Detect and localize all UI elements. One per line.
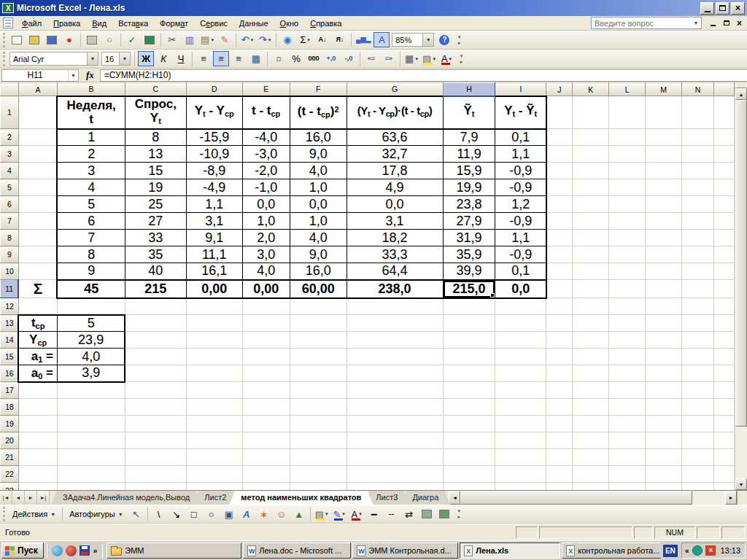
cell-D8[interactable]: 9,1 xyxy=(186,230,242,246)
cell-D15[interactable] xyxy=(186,349,242,365)
cell-M9[interactable] xyxy=(646,246,682,263)
cell-x12[interactable] xyxy=(713,298,734,315)
cell-E16[interactable] xyxy=(242,365,290,382)
cell-L16[interactable] xyxy=(609,365,646,382)
cell-x19[interactable] xyxy=(713,416,734,432)
cell-B18[interactable] xyxy=(57,399,125,416)
cell-J16[interactable] xyxy=(546,365,573,382)
cell-E1[interactable]: t - tср xyxy=(242,96,290,129)
research-icon[interactable] xyxy=(142,32,158,47)
borders-button[interactable]: ▦▾ xyxy=(403,51,419,66)
cell-x20[interactable] xyxy=(713,432,734,449)
cell-A11[interactable]: Σ xyxy=(18,280,57,298)
cell-C4[interactable]: 15 xyxy=(125,163,186,179)
cell-D3[interactable]: -10,9 xyxy=(186,146,242,163)
cell-A10[interactable] xyxy=(18,263,57,280)
align-right-button[interactable]: ≡ xyxy=(231,51,247,66)
cell-F13[interactable] xyxy=(290,315,347,332)
cell-K4[interactable] xyxy=(573,163,609,179)
cell-C18[interactable] xyxy=(125,399,186,416)
sort-ascending-icon[interactable]: А↓ xyxy=(314,32,330,47)
sheet-tab-3[interactable]: метод наименьших квадратов xyxy=(229,491,373,505)
column-header-I[interactable]: I xyxy=(495,83,546,96)
cell-I4[interactable]: -0,9 xyxy=(495,163,546,179)
toolbar-grip[interactable] xyxy=(3,33,5,47)
increase-indent-button[interactable]: ≡» xyxy=(381,51,397,66)
cell-K7[interactable] xyxy=(573,213,609,230)
column-header-J[interactable]: J xyxy=(546,83,573,96)
cell-J22[interactable] xyxy=(546,466,573,483)
row-header-17[interactable]: 17 xyxy=(1,382,19,399)
menu-item-6[interactable]: Сервис xyxy=(194,17,233,30)
cell-D19[interactable] xyxy=(186,416,242,432)
cell-M4[interactable] xyxy=(646,163,682,179)
cell-L5[interactable] xyxy=(609,179,646,196)
cell-K2[interactable] xyxy=(573,129,609,146)
cell-x16[interactable] xyxy=(713,365,734,382)
cell-N15[interactable] xyxy=(682,349,714,365)
cell-E12[interactable] xyxy=(242,298,290,315)
cell-K3[interactable] xyxy=(573,146,609,163)
standard-toolbar-options[interactable]: ▾▸ xyxy=(454,32,464,48)
cell-G21[interactable] xyxy=(347,449,443,466)
tray-chevron-icon[interactable]: « xyxy=(685,547,689,555)
cell-F10[interactable]: 16,0 xyxy=(290,263,347,280)
menu-item-7[interactable]: Данные xyxy=(233,17,274,30)
cell-H23[interactable] xyxy=(443,483,495,491)
align-left-button[interactable]: ≡ xyxy=(196,51,212,66)
cell-K23[interactable] xyxy=(573,483,609,491)
cell-M17[interactable] xyxy=(646,382,682,399)
cell-E19[interactable] xyxy=(242,416,290,432)
cell-x9[interactable] xyxy=(713,246,734,263)
cell-A19[interactable] xyxy=(18,416,57,432)
cell-x6[interactable] xyxy=(713,196,734,213)
cell-J12[interactable] xyxy=(546,298,573,315)
currency-style-button[interactable]: ¤ xyxy=(271,51,287,66)
cell-F18[interactable] xyxy=(290,399,347,416)
cell-x2[interactable] xyxy=(713,129,734,146)
cell-H19[interactable] xyxy=(443,416,495,432)
cell-G18[interactable] xyxy=(347,399,443,416)
cell-H3[interactable]: 11,9 xyxy=(443,146,495,163)
cell-I17[interactable] xyxy=(495,382,546,399)
quicklaunch-icon-3[interactable] xyxy=(80,545,90,556)
cell-I23[interactable] xyxy=(495,483,546,491)
row-header-13[interactable]: 13 xyxy=(1,315,19,332)
cell-D14[interactable] xyxy=(186,332,242,349)
cell-H6[interactable]: 23,8 xyxy=(443,196,495,213)
cell-M7[interactable] xyxy=(646,213,682,230)
cell-x4[interactable] xyxy=(713,163,734,179)
cell-D2[interactable]: -15,9 xyxy=(186,129,242,146)
cell-K11[interactable] xyxy=(573,280,609,298)
cell-F16[interactable] xyxy=(290,365,347,382)
cell-K22[interactable] xyxy=(573,466,609,483)
font-size-dropdown-icon[interactable]: ▼ xyxy=(119,52,130,65)
toolbar-grip[interactable] xyxy=(3,52,5,66)
cell-B14[interactable]: 23,9 xyxy=(57,332,125,349)
cell-N8[interactable] xyxy=(682,230,714,246)
tray-icon-1[interactable] xyxy=(692,545,703,556)
tray-icon-2[interactable]: × xyxy=(705,545,716,556)
cell-I15[interactable] xyxy=(495,349,546,365)
cell-F4[interactable]: 4,0 xyxy=(290,163,347,179)
cell-G13[interactable] xyxy=(347,315,443,332)
cell-G15[interactable] xyxy=(347,349,443,365)
menu-item-1[interactable]: Файл xyxy=(16,17,47,30)
cell-J4[interactable] xyxy=(546,163,573,179)
cell-A9[interactable] xyxy=(18,246,57,263)
cell-J15[interactable] xyxy=(546,349,573,365)
cell-H21[interactable] xyxy=(443,449,495,466)
horizontal-scrollbar[interactable]: ◄ ► xyxy=(449,491,737,505)
taskbar-button-5[interactable]: Xконтрольная работа... xyxy=(562,542,661,559)
cell-N9[interactable] xyxy=(682,246,714,263)
permission-icon[interactable]: ● xyxy=(61,32,77,47)
cell-G23[interactable] xyxy=(347,483,443,491)
cell-L18[interactable] xyxy=(609,399,646,416)
cell-I5[interactable]: -0,9 xyxy=(495,179,546,196)
threed-style-icon[interactable] xyxy=(436,507,452,522)
cell-G8[interactable]: 18,2 xyxy=(347,230,443,246)
cell-K6[interactable] xyxy=(573,196,609,213)
cell-K17[interactable] xyxy=(573,382,609,399)
cell-A8[interactable] xyxy=(18,230,57,246)
cell-N20[interactable] xyxy=(682,432,714,449)
